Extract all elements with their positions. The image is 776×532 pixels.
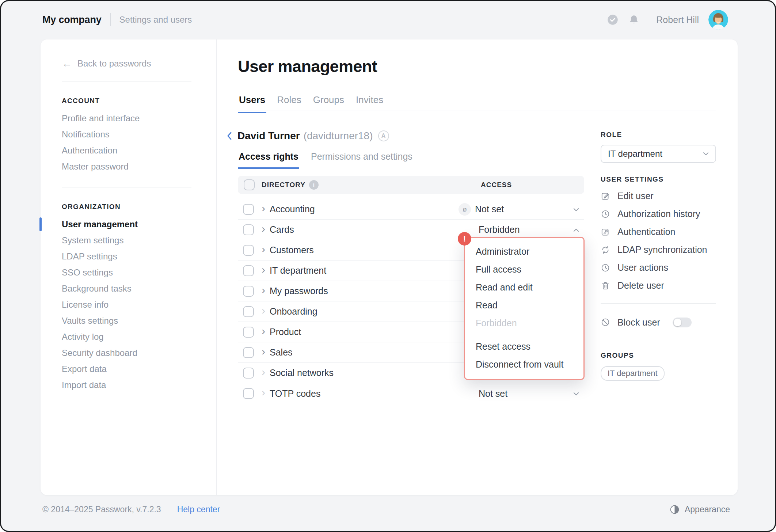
ldap-synchronization-action[interactable]: LDAP synchronization (601, 241, 716, 259)
edit-user-action[interactable]: Edit user (601, 187, 716, 205)
delete-user-action[interactable]: Delete user (601, 277, 716, 294)
directory-name[interactable]: Social networks (270, 368, 334, 378)
avatar[interactable] (708, 10, 728, 30)
access-value[interactable]: Forbidden (479, 224, 520, 235)
account-list: Profile and interfaceNotificationsAuthen… (62, 110, 216, 175)
directory-name[interactable]: Accounting (270, 204, 315, 214)
divider (110, 13, 111, 26)
sidebar-item[interactable]: Master password (62, 159, 216, 175)
sidebar-item[interactable]: Activity log (62, 329, 216, 345)
tab[interactable]: Users (238, 94, 266, 113)
access-dropdown: ! AdministratorFull accessRead and editR… (464, 237, 585, 380)
row-checkbox[interactable] (243, 224, 254, 235)
user-actions-action[interactable]: User actions (601, 259, 716, 277)
chevron-right-icon[interactable]: › (262, 366, 265, 377)
appearance-toggle[interactable]: Appearance (670, 505, 730, 514)
row-checkbox[interactable] (243, 368, 254, 379)
chevron-right-icon[interactable]: › (262, 346, 265, 357)
sidebar-item[interactable]: LDAP settings (62, 248, 216, 265)
tab[interactable]: Roles (276, 94, 302, 113)
chevron-down-icon[interactable] (573, 206, 580, 213)
sidebar-item[interactable]: SSO settings (62, 265, 216, 281)
directory-name[interactable]: Customers (270, 245, 314, 255)
access-option[interactable]: Administrator (465, 243, 583, 261)
check-circle-icon[interactable] (607, 14, 618, 25)
sidebar-item[interactable]: Background tasks (62, 281, 216, 297)
user-role-badge: A (378, 130, 389, 141)
sidebar-item[interactable]: System settings (62, 232, 216, 248)
back-to-passwords-link[interactable]: ← Back to passwords (62, 58, 216, 69)
chevron-right-icon[interactable]: › (262, 387, 265, 398)
sidebar-item[interactable]: Export data (62, 361, 216, 377)
chevron-right-icon[interactable]: › (262, 305, 265, 316)
directory-name[interactable]: My passwords (270, 286, 328, 296)
sidebar-item[interactable]: License info (62, 297, 216, 313)
user-name[interactable]: Robert Hill (656, 15, 699, 25)
section-title-account: ACCOUNT (62, 97, 216, 105)
group-chip[interactable]: IT department (601, 366, 665, 381)
sidebar-item[interactable]: User management (62, 216, 216, 232)
user-login: (davidturner18) (304, 130, 373, 142)
tab[interactable]: Groups (312, 94, 345, 113)
access-option[interactable]: Read (465, 296, 583, 314)
chevron-down-icon[interactable] (573, 390, 580, 398)
info-icon[interactable]: i (309, 180, 319, 190)
bell-icon[interactable] (628, 14, 639, 25)
topbar: My company Settings and users Robert Hil… (1, 1, 775, 38)
directory-name[interactable]: Cards (270, 224, 294, 235)
directory-name[interactable]: Sales (270, 347, 293, 358)
appearance-icon (670, 505, 680, 514)
divider (601, 341, 716, 341)
row-checkbox[interactable] (243, 347, 254, 358)
chevron-right-icon[interactable]: › (262, 223, 265, 234)
row-checkbox[interactable] (243, 245, 254, 256)
chevron-right-icon[interactable]: › (262, 285, 265, 296)
block-user-toggle[interactable] (673, 318, 692, 327)
directory-name[interactable]: Product (270, 327, 301, 337)
directory-name[interactable]: IT department (270, 265, 326, 276)
access-action[interactable]: Reset access (465, 338, 583, 356)
help-center-link[interactable]: Help center (177, 505, 220, 514)
user-subtabs: Access rightsPermissions and settings (238, 151, 413, 169)
company-name: My company (42, 14, 102, 26)
row-checkbox[interactable] (243, 265, 254, 276)
access-value[interactable]: Not set (479, 388, 507, 399)
authorization-history-action[interactable]: Authorization history (601, 205, 716, 223)
subtab[interactable]: Access rights (238, 151, 299, 169)
content-card: ← Back to passwords ACCOUNT Profile and … (41, 39, 738, 495)
sidebar-item[interactable]: Vaults settings (62, 313, 216, 329)
directory-name[interactable]: Onboarding (270, 306, 317, 317)
sidebar-item[interactable]: Import data (62, 377, 216, 393)
subtab[interactable]: Permissions and settings (310, 151, 413, 169)
row-checkbox[interactable] (243, 306, 254, 317)
access-value[interactable]: Not set (475, 204, 504, 214)
sidebar-item[interactable]: Profile and interface (62, 110, 216, 126)
divider (62, 187, 191, 187)
groups-list: IT department (601, 366, 716, 381)
chevron-right-icon[interactable]: › (262, 326, 265, 337)
chevron-right-icon[interactable]: › (262, 264, 265, 275)
chevron-right-icon[interactable]: › (262, 203, 265, 214)
tab[interactable]: Invites (355, 94, 384, 113)
table-row: › Accounting ø Not set (238, 199, 584, 220)
role-select[interactable]: IT department (601, 145, 716, 163)
chevron-up-icon[interactable] (573, 227, 580, 234)
authentication-action[interactable]: Authentication (601, 223, 716, 241)
sidebar-item[interactable]: Notifications (62, 126, 216, 142)
chevron-right-icon[interactable]: › (262, 244, 265, 255)
select-all-checkbox[interactable] (244, 179, 255, 190)
row-checkbox[interactable] (243, 204, 254, 215)
chevron-left-icon[interactable] (226, 130, 234, 141)
sidebar-item[interactable]: Security dashboard (62, 345, 216, 361)
trash-icon (601, 281, 610, 290)
role-value: IT department (608, 149, 662, 159)
access-option[interactable]: Read and edit (465, 278, 583, 296)
access-option[interactable]: Forbidden (465, 314, 583, 332)
access-option[interactable]: Full access (465, 261, 583, 278)
directory-name[interactable]: TOTP codes (270, 388, 320, 399)
row-checkbox[interactable] (243, 286, 254, 297)
row-checkbox[interactable] (243, 388, 254, 399)
access-action[interactable]: Disconnect from vault (465, 356, 583, 373)
sidebar-item[interactable]: Authentication (62, 142, 216, 159)
row-checkbox[interactable] (243, 327, 254, 338)
